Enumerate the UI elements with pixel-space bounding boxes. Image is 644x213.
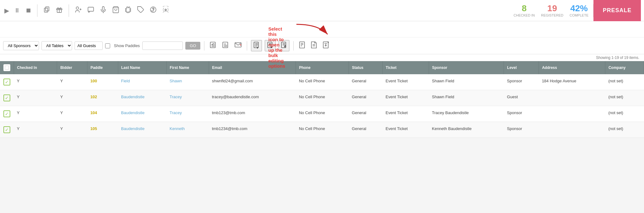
check-mark-3: ✓ [3,126,10,133]
play-icon[interactable]: ▶ [3,6,10,16]
row-bidder-3: Y [57,122,87,138]
divider-2 [69,4,69,17]
cart-icon[interactable] [111,5,121,16]
row-bidder-1: Y [57,90,87,106]
row-checkbox-3[interactable]: ✓ [0,122,14,138]
tables-filter[interactable]: All Tables [41,41,72,50]
presale-button[interactable]: PRESALE [593,0,641,21]
report2-icon-btn[interactable] [309,41,319,51]
table-row: ✓ Y Y 104 Baudendistle Tracey tmb123@tmb… [0,106,644,122]
row-last-name-2[interactable]: Baudendistle [118,106,167,122]
row-sponsor-2: Tracey Baudendistle [429,106,504,122]
row-first-name-1[interactable]: Tracey [167,90,209,106]
svg-point-4 [76,7,79,9]
row-first-name-2[interactable]: Tracey [167,106,209,122]
row-email-0: shwnfld24@gmail.com [209,74,296,90]
registered-stat: 19 REGISTERED [541,4,564,17]
row-level-0: Sponsor [504,74,539,90]
row-ticket-2: Event Ticket [383,106,429,122]
checklist-icon-btn[interactable] [208,41,218,51]
check-mark-0: ✓ [3,79,10,85]
svg-rect-7 [88,7,94,11]
row-status-3: General [349,122,383,138]
filter-divider-2 [247,41,247,51]
row-email-1: tracey@baudendistle.com [209,90,296,106]
svg-rect-0 [44,8,48,12]
row-last-name-3[interactable]: Baudendistle [118,122,167,138]
checked-in-number: 8 [514,4,535,13]
dollar-icon[interactable] [148,5,158,16]
toolbar-controls: ▶ ⏸ ⏹ [3,4,514,17]
row-status-2: General [349,106,383,122]
select-all-checkbox[interactable] [3,64,10,71]
row-first-name-3[interactable]: Kenneth [167,122,209,138]
table-row: ✓ Y Y 100 Field Shawn shwnfld24@gmail.co… [0,74,644,90]
header-company: Company [605,61,644,74]
row-sponsor-0: Shawn Field [429,74,504,90]
row-bidder-checked-1: Y [14,90,57,106]
filter-divider-3 [293,41,294,51]
svg-rect-18 [223,42,228,48]
row-ticket-3: Event Ticket [383,122,429,138]
row-phone-2: No Cell Phone [296,106,349,122]
stats-section: 8 CHECKED IN 19 REGISTERED 42% COMPLETE [514,4,593,17]
chat-icon[interactable] [86,5,96,16]
gift-icon[interactable] [54,5,64,16]
row-first-name-0[interactable]: Shawn [167,74,209,90]
row-company-0: (not set) [605,74,644,90]
complete-label: COMPLETE [569,13,588,17]
row-company-3: (not set) [605,122,644,138]
header-last-name: Last Name [118,61,167,74]
row-paddle-2[interactable]: 104 [87,106,118,122]
row-paddle-0[interactable]: 100 [87,74,118,90]
checked-in-label: CHECKED IN [514,13,535,17]
stop-icon[interactable]: ⏹ [24,6,33,15]
guests-table: Checked In Bidder Paddle Last Name First… [0,61,644,138]
export-icon-btn[interactable] [321,41,330,51]
paddle-search-input[interactable] [142,41,183,50]
row-status-1: General [349,90,383,106]
puzzle-icon[interactable] [123,5,133,16]
envelope-icon-btn[interactable] [233,41,243,51]
row-last-name-0[interactable]: Field [118,74,167,90]
showing-count: Showing 1-19 of 19 items. [0,54,644,61]
header-ticket: Ticket [383,61,429,74]
row-email-2: tmb123@tmb.com [209,106,296,122]
row-last-name-1[interactable]: Baudendistle [118,90,167,106]
microphone-icon[interactable] [98,5,108,16]
tooltip-area: Select this icon to open up the bulk edi… [0,21,644,37]
row-checkbox-0[interactable]: ✓ [0,74,14,90]
svg-rect-46 [5,66,9,70]
minus-list-icon-btn[interactable] [221,41,231,51]
row-company-2: (not set) [605,106,644,122]
header-status: Status [349,61,383,74]
report1-icon-btn[interactable] [297,41,307,51]
row-level-3: Sponsor [504,122,539,138]
row-address-3 [539,122,605,138]
add-note-icon-btn[interactable] [251,40,262,51]
row-phone-1: No Cell Phone [296,90,349,106]
svg-rect-1 [46,7,49,11]
header-paddle: Paddle [87,61,118,74]
broadcast-icon[interactable] [161,5,171,16]
row-address-1 [539,90,605,106]
svg-rect-38 [300,42,305,48]
row-status-0: General [349,74,383,90]
row-ticket-1: Event Ticket [383,90,429,106]
show-paddles-checkbox[interactable] [105,43,110,48]
copy-icon[interactable] [42,5,52,16]
row-checkbox-2[interactable]: ✓ [0,106,14,122]
row-checkbox-1[interactable]: ✓ [0,90,14,106]
sponsors-filter[interactable]: All Sponsors [3,41,39,50]
pause-icon[interactable]: ⏸ [13,6,22,15]
row-paddle-1[interactable]: 102 [87,90,118,106]
filter-bar: All Sponsors All Tables Show Paddles GO [0,37,644,54]
add-person-icon[interactable] [73,5,83,16]
guests-filter[interactable] [75,41,103,50]
tag-icon[interactable] [136,5,146,16]
row-bidder-0: Y [57,74,87,90]
header-phone: Phone [296,61,349,74]
row-paddle-3[interactable]: 105 [87,122,118,138]
go-button[interactable]: GO [185,42,200,50]
header-checkbox-col[interactable] [0,61,14,74]
